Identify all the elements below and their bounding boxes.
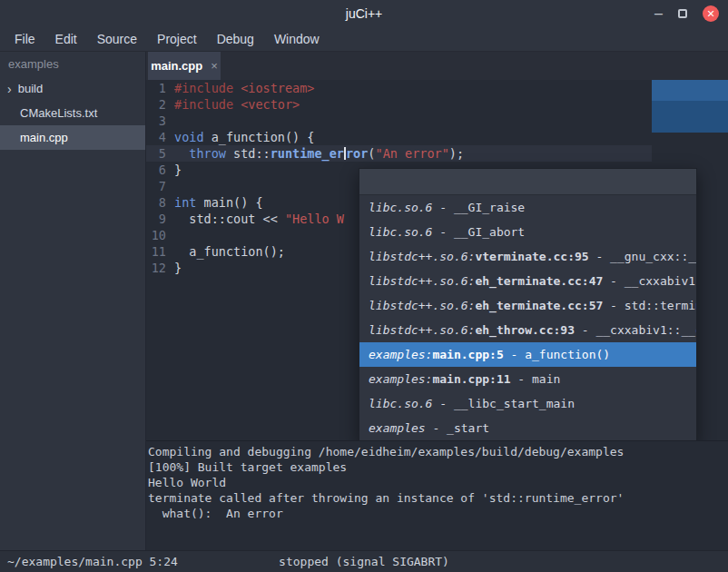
code-token: ror [346, 146, 368, 161]
terminal-line: Compiling and debugging /home/eidheim/ex… [148, 444, 728, 459]
maximize-button[interactable] [678, 9, 687, 18]
stack-item-symbol: - _start [426, 421, 489, 435]
window-title: juCi++ [0, 0, 728, 27]
stack-item-symbol: - __cxxabiv1::__cxa_thro [575, 323, 696, 337]
code-token: <iostream> [241, 81, 314, 95]
tab-close-icon[interactable]: × [211, 59, 218, 73]
code-token: throw [189, 146, 226, 161]
code-text [168, 178, 174, 194]
file-explorer: examples ›buildCMakeLists.txtmain.cpp [0, 52, 146, 550]
stack-item-location: main.cpp:5 [432, 348, 503, 361]
code-token: int [174, 195, 196, 210]
stack-item-symbol: - a_function() [504, 348, 610, 361]
sidebar-item-label: build [18, 82, 43, 95]
window-controls: – ✕ [654, 0, 719, 27]
popup-filter-input[interactable] [359, 169, 696, 195]
titlebar: juCi++ – ✕ [0, 0, 728, 27]
code-token: } [174, 163, 182, 177]
stack-item-lib: libstdc++.so.6: [369, 274, 475, 288]
sidebar-item-cmakelists-txt[interactable]: CMakeLists.txt [0, 101, 145, 125]
project-root-label: examples [0, 52, 145, 76]
code-line-3[interactable]: 3 [146, 113, 728, 129]
code-token: std::cout << [174, 212, 285, 226]
stack-item-6[interactable]: examples:main.cpp:5 - a_function() [359, 342, 696, 367]
stack-item-4[interactable]: libstdc++.so.6:eh_terminate.cc:57 - std:… [359, 293, 696, 318]
tab-main-cpp[interactable]: main.cpp × [148, 52, 221, 80]
editor-overlay-fragment [652, 80, 728, 133]
line-number: 2 [146, 96, 168, 113]
code-text: } [168, 260, 182, 276]
statusbar: ~/examples/main.cpp 5:24 stopped (signal… [0, 550, 728, 572]
tab-label: main.cpp [151, 59, 202, 73]
stack-item-symbol: - __GI_abort [432, 225, 525, 239]
menu-item-project[interactable]: Project [147, 27, 207, 52]
stack-item-7[interactable]: examples:main.cpp:11 - main [359, 367, 696, 391]
menu-item-debug[interactable]: Debug [207, 27, 264, 52]
stack-item-lib: libstdc++.so.6: [369, 299, 475, 312]
line-number: 1 [146, 80, 168, 96]
stack-item-location: eh_throw.cc:93 [475, 323, 575, 337]
code-text: void a_function() { [168, 129, 314, 145]
sidebar-item-main-cpp[interactable]: main.cpp [0, 125, 145, 150]
menu-item-source[interactable]: Source [87, 27, 147, 52]
stack-item-lib: examples: [369, 372, 432, 386]
code-token: void [174, 130, 204, 144]
stack-list: libc.so.6 - __GI_raiselibc.so.6 - __GI_a… [359, 195, 696, 440]
terminal-line: terminate called after throwing an insta… [148, 490, 728, 506]
stack-item-location: eh_terminate.cc:47 [475, 274, 603, 288]
status-file-position: ~/examples/main.cpp 5:24 [0, 555, 178, 568]
menu-item-window[interactable]: Window [264, 27, 330, 52]
code-token [174, 146, 189, 161]
stack-item-lib: examples: [369, 348, 432, 361]
stack-item-2[interactable]: libstdc++.so.6:vterminate.cc:95 - __gnu_… [359, 244, 696, 269]
code-token: } [174, 261, 182, 275]
code-text: int main() { [168, 194, 263, 211]
terminal-line: what(): An error [148, 506, 728, 521]
stack-item-1[interactable]: libc.so.6 - __GI_abort [359, 220, 696, 244]
stack-item-symbol: - __libc_start_main [432, 397, 575, 410]
code-text: throw std::runtime_error("An error"); [168, 145, 464, 162]
code-line-2[interactable]: 2#include <vector> [146, 96, 728, 113]
stack-item-5[interactable]: libstdc++.so.6:eh_throw.cc:93 - __cxxabi… [359, 318, 696, 342]
code-text [168, 227, 174, 243]
line-number: 8 [146, 194, 168, 211]
sidebar-item-build[interactable]: ›build [0, 76, 145, 101]
line-number: 9 [146, 211, 168, 227]
sidebar-item-label: main.cpp [20, 131, 68, 144]
sidebar-item-label: CMakeLists.txt [20, 106, 97, 120]
stack-item-symbol: - __GI_raise [432, 201, 525, 214]
overlay-fragment-bottom [652, 101, 728, 133]
terminal-output[interactable]: Compiling and debugging /home/eidheim/ex… [146, 440, 728, 550]
stack-item-lib: examples [369, 421, 426, 435]
stack-item-8[interactable]: libc.so.6 - __libc_start_main [359, 391, 696, 416]
stack-item-3[interactable]: libstdc++.so.6:eh_terminate.cc:47 - __cx… [359, 269, 696, 293]
line-number: 3 [146, 113, 168, 129]
stack-item-symbol: - __gnu_cxx::__verbos [589, 250, 696, 263]
stack-item-location: vterminate.cc:95 [475, 250, 588, 263]
stack-item-0[interactable]: libc.so.6 - __GI_raise [359, 195, 696, 220]
line-number: 10 [146, 227, 168, 243]
code-token: std:: [226, 146, 271, 161]
stack-item-9[interactable]: examples - _start [359, 416, 696, 440]
code-token: "An error" [376, 146, 449, 161]
juci-window: juCi++ – ✕ FileEditSourceProjectDebugWin… [0, 0, 728, 572]
code-text: #include <vector> [168, 96, 300, 113]
code-text: } [168, 162, 182, 178]
stack-trace-popup: libc.so.6 - __GI_raiselibc.so.6 - __GI_a… [359, 168, 697, 440]
minimize-button[interactable]: – [654, 9, 663, 18]
code-text [168, 113, 174, 129]
code-line-1[interactable]: 1#include <iostream> [146, 80, 728, 96]
code-text: #include <iostream> [168, 80, 314, 96]
file-tree: ›buildCMakeLists.txtmain.cpp [0, 76, 145, 150]
line-number: 5 [146, 145, 168, 162]
stack-item-lib: libc.so.6 [369, 397, 432, 410]
menu-item-edit[interactable]: Edit [45, 27, 87, 52]
code-editor[interactable]: 1#include <iostream>2#include <vector>34… [146, 80, 728, 440]
code-line-4[interactable]: 4void a_function() { [146, 129, 728, 145]
code-token: "Hello W [285, 212, 344, 226]
menu-item-file[interactable]: File [5, 27, 45, 52]
close-button[interactable]: ✕ [703, 5, 719, 22]
code-line-5[interactable]: 5 throw std::runtime_error("An error"); [146, 145, 652, 162]
code-token: ( [368, 146, 375, 161]
line-number: 4 [146, 129, 168, 145]
